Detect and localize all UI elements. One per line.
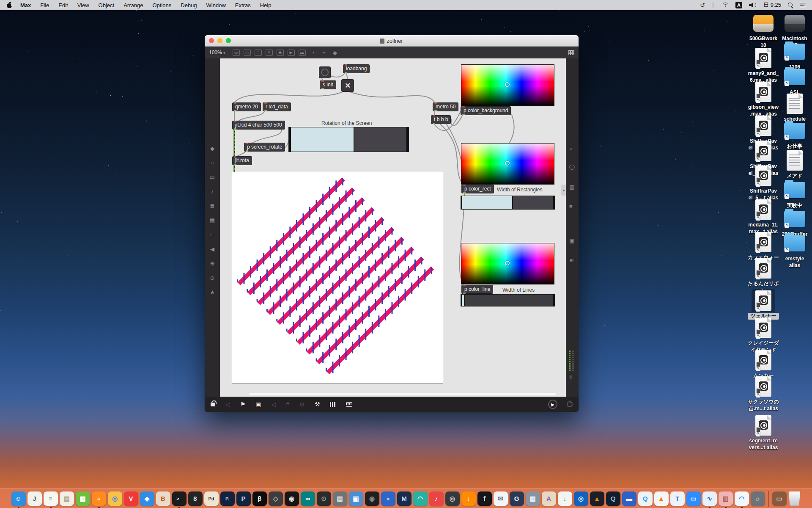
desktop-icon[interactable]: サクラソウの 苗.m...t alias bbox=[739, 375, 787, 412]
dock-icon-home-g-app[interactable]: G bbox=[510, 491, 524, 506]
dock-icon-quicktime-x[interactable]: Q bbox=[606, 491, 620, 506]
dock-icon-chrome[interactable]: ◎ bbox=[108, 491, 122, 506]
audio-mute-icon[interactable]: ◁ bbox=[272, 401, 276, 407]
panel-collapse-tab[interactable]: ◂ bbox=[561, 185, 566, 196]
filters-icon[interactable]: ≋ bbox=[569, 258, 574, 263]
lock-icon[interactable] bbox=[211, 403, 215, 406]
wrench-icon[interactable]: ⚒ bbox=[315, 401, 320, 407]
new-message-icon[interactable]: m bbox=[244, 50, 251, 56]
subpatcher-screen-rotate[interactable]: p screen_rotate bbox=[244, 143, 285, 151]
menu-options[interactable]: Options bbox=[148, 2, 176, 8]
dock-icon-vivaldi[interactable]: V bbox=[124, 491, 138, 506]
comment-rect-width[interactable]: Width of Rectangles bbox=[497, 187, 542, 193]
dock-icon-vinyl-app[interactable]: ◎ bbox=[445, 491, 460, 506]
line-width-slider[interactable] bbox=[461, 295, 554, 306]
menu-view[interactable]: View bbox=[73, 2, 94, 8]
jitter-category-icon[interactable]: ◆ bbox=[210, 146, 214, 151]
object-trigger[interactable]: t b b b bbox=[431, 116, 450, 124]
connections-icon[interactable]: ⊘ bbox=[299, 401, 304, 407]
paint-bucket-icon[interactable]: ◆ bbox=[332, 50, 339, 56]
rect-width-slider[interactable] bbox=[461, 196, 554, 209]
dock-icon-quicktime-7[interactable]: Q bbox=[638, 491, 653, 506]
menu-help[interactable]: Help bbox=[255, 2, 276, 8]
menu-edit[interactable]: Edit bbox=[54, 2, 72, 8]
object-category-icon[interactable]: ▭ bbox=[210, 174, 215, 180]
dock-icon-safari[interactable]: ◈ bbox=[140, 491, 154, 506]
dock-icon-pure-data[interactable]: Pd bbox=[204, 491, 219, 506]
dock-icon-textedit[interactable]: ≡ bbox=[44, 491, 58, 506]
swatch-marker[interactable] bbox=[505, 261, 510, 265]
dock-icon-jedit[interactable]: J bbox=[27, 491, 42, 506]
audio-on-button[interactable]: ▶ bbox=[548, 400, 557, 409]
dock-icon-clapper-app[interactable]: ▬ bbox=[622, 491, 636, 506]
zoom-level-select[interactable]: 100% ▾ bbox=[209, 50, 225, 55]
dock-icon-system-preferences[interactable]: ☼ bbox=[751, 491, 765, 506]
columns-icon[interactable]: ▥ bbox=[569, 184, 574, 190]
comment-line-width[interactable]: Width of Lines bbox=[502, 287, 535, 293]
dock-icon-p-app[interactable]: P bbox=[236, 491, 251, 506]
dock-icon-flux[interactable]: f bbox=[477, 491, 492, 506]
list-icon[interactable]: ≡ bbox=[569, 204, 573, 209]
subpatcher-color-background[interactable]: p color_background bbox=[461, 107, 510, 115]
desktop-icon[interactable]: segment_re vers...t alias bbox=[739, 414, 787, 451]
favorites-category-icon[interactable]: ★ bbox=[210, 290, 215, 295]
dock-icon-frames-app[interactable]: ▥ bbox=[719, 491, 733, 506]
comment-rotation[interactable]: Rotation of the Screen bbox=[321, 120, 372, 126]
object-receive-lcd-data[interactable]: r lcd_data bbox=[263, 103, 291, 111]
wifi-icon[interactable] bbox=[722, 3, 729, 8]
dock-icon-app-store-like[interactable]: A bbox=[542, 491, 556, 506]
add-icon[interactable]: + bbox=[321, 50, 328, 56]
dock-icon-navy-m-app[interactable]: M bbox=[397, 491, 411, 506]
image-category-icon[interactable]: ▦ bbox=[210, 218, 215, 223]
color-swatch-rect[interactable] bbox=[461, 143, 554, 185]
dock-icon-keyboard-app[interactable]: ▤ bbox=[333, 491, 347, 506]
grid-toggle-icon[interactable] bbox=[568, 50, 574, 55]
dock-icon-finder[interactable]: ☺ bbox=[11, 491, 26, 506]
horizontal-scrollbar[interactable] bbox=[250, 393, 556, 395]
desktop-icon[interactable]: ムンカー bbox=[739, 349, 787, 379]
subpatcher-color-rect[interactable]: p color_rect bbox=[462, 185, 494, 193]
desktop-icon[interactable]: クレイジーダ イヤモンド bbox=[739, 316, 787, 353]
dial-category-icon[interactable]: ⊙ bbox=[210, 275, 215, 281]
new-toggle-icon[interactable]: ✕ bbox=[266, 50, 273, 56]
power-icon[interactable] bbox=[567, 401, 573, 407]
color-swatch-line[interactable] bbox=[461, 243, 554, 284]
dock-icon-minimized-window[interactable]: ▭ bbox=[772, 491, 787, 506]
dock-icon-mountain-app[interactable]: ▲ bbox=[590, 491, 604, 506]
dock-icon-zoom-app[interactable]: ▭ bbox=[686, 491, 701, 506]
keyboard-icon[interactable] bbox=[346, 402, 352, 407]
volume-icon[interactable] bbox=[749, 3, 757, 8]
dock-icon-music-app[interactable]: ♪ bbox=[429, 491, 444, 506]
select-tool-icon[interactable]: ◁ bbox=[225, 401, 230, 407]
dock-icon-spiral-app[interactable]: ◉ bbox=[285, 491, 299, 506]
dock-icon-blue-ball-app[interactable]: ● bbox=[381, 491, 395, 506]
dock-icon-wifi-utility[interactable]: ◠ bbox=[735, 491, 749, 506]
object-send-init[interactable]: s init bbox=[320, 81, 336, 89]
dock-icon-processing[interactable]: 8 bbox=[188, 491, 203, 506]
new-comment-icon[interactable]: “ bbox=[255, 50, 262, 56]
dock-icon-blue-app[interactable]: ▣ bbox=[349, 491, 363, 506]
piano-keys-icon[interactable] bbox=[330, 402, 336, 407]
dock-icon-arduino[interactable]: ∞ bbox=[301, 491, 315, 506]
dock-icon-trash[interactable] bbox=[788, 491, 801, 506]
audio-category-icon[interactable]: ♪ bbox=[211, 189, 214, 194]
search-icon[interactable]: ⌕ bbox=[569, 146, 572, 151]
object-jit-lcd[interactable]: jit.lcd 4 char 500 500 bbox=[233, 121, 285, 129]
new-object-icon[interactable]: ▭ bbox=[233, 50, 240, 56]
dock-icon-cube-3d-app[interactable]: ◇ bbox=[269, 491, 283, 506]
dock-icon-firefox[interactable]: ◕ bbox=[92, 491, 106, 506]
input-source-icon[interactable]: A bbox=[735, 2, 742, 8]
menu-object[interactable]: Object bbox=[94, 2, 119, 8]
time-machine-icon[interactable]: ↺ bbox=[700, 2, 705, 8]
dock-icon-beta-app[interactable]: β bbox=[252, 491, 267, 506]
bluetooth-icon[interactable]: ᛒ bbox=[712, 2, 715, 8]
spotlight-icon[interactable] bbox=[788, 3, 793, 8]
dock-icon-vlc[interactable]: ▲ bbox=[654, 491, 669, 506]
menu-file[interactable]: File bbox=[36, 2, 54, 8]
grid-icon[interactable]: # bbox=[286, 401, 289, 407]
dock-icon-blue-cam-app[interactable]: ◎ bbox=[574, 491, 588, 506]
patch-canvas[interactable]: loadbang s init ✕ qmetro 20 r lcd_data j… bbox=[220, 58, 566, 397]
jitter-preview-window[interactable] bbox=[232, 172, 443, 384]
menu-clock[interactable]: 日 9:25 bbox=[763, 1, 781, 9]
snapshot-icon[interactable]: ▣ bbox=[569, 238, 574, 243]
